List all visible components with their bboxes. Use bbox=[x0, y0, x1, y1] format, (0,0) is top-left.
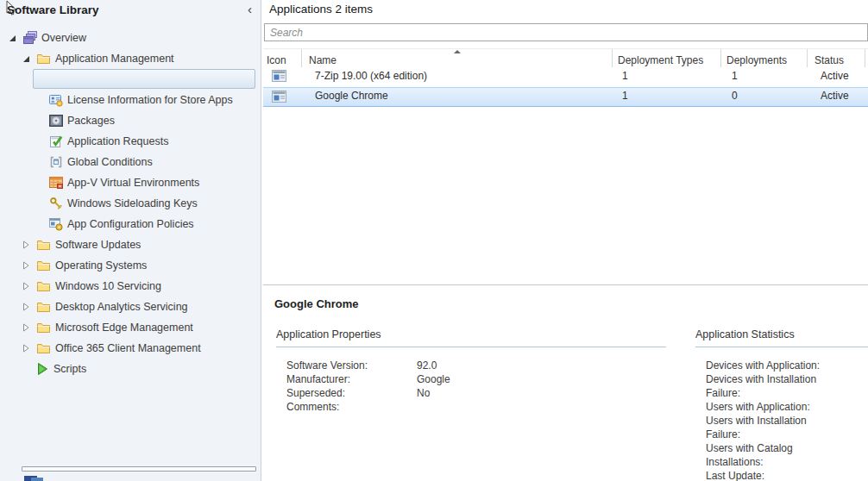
column-header-deployment-types[interactable]: Deployment Types bbox=[613, 49, 721, 67]
nav-item-application-requests[interactable]: Application Requests bbox=[0, 131, 261, 152]
tree-collapsed-icon[interactable] bbox=[21, 302, 31, 312]
tree-collapsed-icon[interactable] bbox=[21, 240, 31, 250]
folder-icon bbox=[36, 238, 51, 252]
field-label: Superseded: bbox=[286, 386, 417, 400]
application-properties-section: Application Properties Software Version:… bbox=[276, 328, 666, 414]
column-header-status[interactable]: Status bbox=[808, 49, 865, 67]
table-header: Icon Name Deployment Types Deployments S… bbox=[263, 48, 868, 67]
column-header-deployments[interactable]: Deployments bbox=[721, 49, 808, 67]
nav-item-appv-virtual-environments[interactable]: App-V Virtual Environments bbox=[0, 172, 261, 193]
navigation-pane-title: Software Library bbox=[7, 3, 99, 16]
software-library-partial-icon[interactable] bbox=[23, 474, 46, 481]
nav-item-microsoft-edge-management[interactable]: Microsoft Edge Management bbox=[0, 317, 261, 338]
application-window-icon bbox=[263, 67, 302, 87]
application-requests-icon bbox=[48, 134, 63, 148]
application-statistics-section: Application Statistics Devices with Appl… bbox=[695, 328, 868, 481]
tree-collapsed-icon[interactable] bbox=[21, 322, 31, 333]
cell-deployments: 1 bbox=[721, 67, 808, 87]
table-body: 7-Zip 19.00 (x64 edition) 1 1 Active Goo… bbox=[263, 67, 868, 107]
folder-icon bbox=[36, 341, 51, 355]
nav-item-label: Windows 10 Servicing bbox=[55, 280, 161, 292]
nav-item-global-conditions[interactable]: Global Conditions bbox=[0, 152, 261, 172]
cell-name: 7-Zip 19.00 (x64 edition) bbox=[302, 67, 613, 87]
app-config-policies-icon bbox=[48, 217, 63, 231]
folder-icon bbox=[36, 259, 51, 272]
tree-collapsed-icon[interactable] bbox=[21, 343, 31, 353]
navigation-pane: Software Library ‹ Overview Application … bbox=[0, 0, 261, 481]
nav-resize-handle[interactable] bbox=[22, 466, 256, 472]
field-software-version: Software Version: 92.0 bbox=[286, 359, 666, 372]
field-label: Last Update: bbox=[706, 469, 844, 481]
applications-icon bbox=[48, 72, 63, 86]
details-pane: Google Chrome Application Properties Sof… bbox=[263, 285, 868, 481]
nav-item-label: App-V Virtual Environments bbox=[67, 177, 199, 189]
overview-icon bbox=[22, 31, 37, 45]
nav-item-overview[interactable]: Overview bbox=[0, 28, 261, 48]
collapse-pane-icon[interactable]: ‹ bbox=[248, 3, 252, 16]
field-superseded: Superseded: No bbox=[286, 386, 666, 400]
nav-item-app-configuration-policies[interactable]: App Configuration Policies bbox=[0, 214, 261, 234]
table-row-selected[interactable]: Google Chrome 1 0 Active bbox=[263, 87, 868, 107]
nav-item-desktop-analytics-servicing[interactable]: Desktop Analytics Servicing bbox=[0, 297, 261, 317]
sort-ascending-icon bbox=[454, 50, 461, 53]
field-label: Users with Catalog Installations: bbox=[706, 441, 844, 469]
field-users-with-installation-failure: Users with Installation Failure: bbox=[706, 414, 868, 441]
nav-item-label: App Configuration Policies bbox=[67, 218, 194, 230]
nav-item-label: Desktop Analytics Servicing bbox=[55, 301, 188, 313]
tree-expanded-icon[interactable] bbox=[7, 33, 17, 43]
folder-icon bbox=[36, 279, 51, 293]
nav-item-label: Operating Systems bbox=[55, 259, 147, 272]
details-title: Google Chrome bbox=[274, 297, 359, 310]
nav-item-scripts[interactable]: Scripts bbox=[0, 359, 261, 379]
nav-item-application-management[interactable]: Application Management bbox=[0, 48, 261, 69]
tree-collapsed-icon[interactable] bbox=[21, 281, 31, 291]
list-pane: Applications 2 items Icon Name Deploymen… bbox=[263, 0, 868, 285]
tree-collapsed-icon[interactable] bbox=[21, 260, 31, 271]
nav-item-office-365-client-management[interactable]: Office 365 Client Management bbox=[0, 338, 261, 359]
section-heading-properties: Application Properties bbox=[276, 328, 666, 347]
nav-item-label: Scripts bbox=[53, 363, 86, 375]
field-label: Users with Application: bbox=[706, 400, 844, 414]
nav-item-windows-10-servicing[interactable]: Windows 10 Servicing bbox=[0, 276, 261, 297]
cell-deployments: 0 bbox=[721, 88, 808, 106]
field-comments: Comments: bbox=[286, 400, 666, 414]
field-users-with-catalog-installations: Users with Catalog Installations: bbox=[706, 441, 868, 469]
navigation-tree: Overview Application Management Applicat… bbox=[0, 28, 261, 379]
cell-status: Active bbox=[808, 88, 865, 106]
nav-item-windows-sideloading-keys[interactable]: Windows Sideloading Keys bbox=[0, 193, 261, 214]
global-conditions-icon bbox=[48, 155, 63, 169]
nav-item-software-updates[interactable]: Software Updates bbox=[0, 234, 261, 255]
nav-item-label: Windows Sideloading Keys bbox=[67, 197, 198, 209]
field-value: Google bbox=[417, 372, 450, 386]
application-window-icon bbox=[263, 88, 302, 106]
field-value: No bbox=[417, 386, 430, 400]
nav-item-packages[interactable]: Packages bbox=[0, 110, 261, 131]
tree-expanded-icon[interactable] bbox=[21, 53, 31, 64]
nav-item-applications[interactable]: Applications bbox=[0, 69, 261, 90]
folder-icon bbox=[36, 52, 51, 66]
field-label: Manufacturer: bbox=[286, 372, 417, 386]
list-item-count: 2 items bbox=[336, 3, 374, 16]
field-value: 92.0 bbox=[417, 359, 437, 372]
field-label: Software Version: bbox=[286, 359, 417, 372]
search-input[interactable] bbox=[264, 23, 868, 41]
field-devices-with-application: Devices with Application: bbox=[706, 359, 868, 372]
nav-item-operating-systems[interactable]: Operating Systems bbox=[0, 255, 261, 276]
field-label: Devices with Application: bbox=[706, 359, 844, 372]
section-heading-statistics: Application Statistics bbox=[695, 328, 868, 347]
column-header-icon[interactable]: Icon bbox=[263, 49, 302, 67]
appv-environments-icon bbox=[48, 176, 63, 190]
license-store-apps-icon bbox=[48, 93, 63, 107]
cell-deployment-types: 1 bbox=[613, 88, 721, 106]
field-last-update: Last Update: bbox=[706, 469, 868, 481]
nav-item-license-information[interactable]: License Information for Store Apps bbox=[0, 90, 261, 110]
field-devices-with-installation-failure: Devices with Installation Failure: bbox=[706, 372, 868, 400]
folder-icon bbox=[36, 300, 51, 314]
nav-item-label: Office 365 Client Management bbox=[55, 342, 201, 354]
cell-name: Google Chrome bbox=[302, 88, 613, 106]
field-label: Comments: bbox=[286, 400, 417, 414]
nav-item-label: Microsoft Edge Management bbox=[55, 322, 193, 334]
folder-icon bbox=[36, 321, 51, 334]
table-row[interactable]: 7-Zip 19.00 (x64 edition) 1 1 Active bbox=[263, 67, 868, 87]
sideloading-keys-icon bbox=[48, 197, 63, 210]
